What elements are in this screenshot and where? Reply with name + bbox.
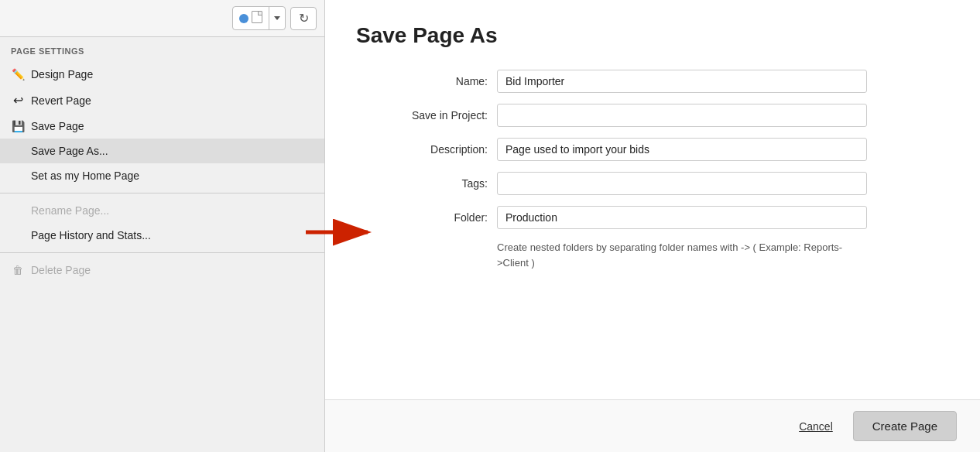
folder-input[interactable] — [497, 206, 867, 229]
sidebar-item-label: Page History and Stats... — [31, 229, 151, 241]
sidebar-item-label: Rename Page... — [31, 204, 109, 217]
sidebar-item-rename-page: Rename Page... — [0, 198, 324, 223]
tags-input[interactable] — [497, 172, 867, 195]
revert-page-icon: ↩ — [11, 93, 25, 108]
dialog-content: Save Page As Name: Save in Project: Desc… — [325, 0, 980, 399]
create-page-button[interactable]: Create Page — [853, 411, 957, 441]
sidebar-item-label: Set as my Home Page — [31, 170, 139, 182]
sidebar-item-label: Design Page — [31, 68, 93, 80]
save-in-project-label: Save in Project: — [387, 109, 488, 122]
blue-circle-icon — [239, 14, 248, 23]
dialog-footer: Cancel Create Page — [325, 399, 980, 452]
doc-icon-wrapper — [252, 11, 262, 26]
toolbar-btn-group[interactable] — [232, 6, 286, 30]
folder-label: Folder: — [387, 211, 488, 224]
save-page-icon: 💾 — [11, 120, 25, 132]
name-label: Name: — [387, 75, 488, 87]
sidebar-item-label: Save Page — [31, 120, 84, 132]
save-in-project-input[interactable] — [497, 104, 867, 127]
sidebar-item-set-home-page[interactable]: Set as my Home Page — [0, 163, 324, 188]
tags-label: Tags: — [387, 177, 488, 190]
form-grid: Name: Save in Project: Description: Tags… — [387, 70, 867, 270]
circle-doc-button[interactable] — [233, 7, 269, 29]
sidebar-item-save-page-as[interactable]: Save Page As... — [0, 139, 324, 163]
refresh-icon: ↻ — [299, 11, 309, 26]
chevron-down-icon — [274, 16, 280, 20]
sidebar-menu: ✏️ Design Page ↩ Revert Page 💾 Save Page… — [0, 62, 324, 282]
document-icon — [252, 11, 262, 23]
menu-separator-1 — [0, 193, 324, 193]
menu-separator-2 — [0, 252, 324, 253]
page-settings-header: PAGE SETTINGS — [0, 37, 324, 62]
sidebar-item-design-page[interactable]: ✏️ Design Page — [0, 62, 324, 87]
sidebar-item-delete-page: 🗑 Delete Page — [0, 258, 324, 282]
sidebar-item-save-page[interactable]: 💾 Save Page — [0, 114, 324, 139]
folder-hint: Create nested folders by separating fold… — [497, 240, 867, 270]
refresh-button[interactable]: ↻ — [290, 7, 317, 30]
description-input[interactable] — [497, 138, 867, 161]
sidebar-item-label: Save Page As... — [31, 145, 108, 157]
delete-page-icon: 🗑 — [11, 264, 25, 276]
description-label: Description: — [387, 143, 488, 156]
name-input[interactable] — [497, 70, 867, 93]
right-panel: Save Page As Name: Save in Project: Desc… — [325, 0, 980, 452]
dialog-title: Save Page As — [356, 23, 949, 48]
design-page-icon: ✏️ — [11, 68, 25, 80]
sidebar-item-label: Revert Page — [31, 94, 91, 107]
sidebar-item-revert-page[interactable]: ↩ Revert Page — [0, 87, 324, 114]
left-panel: ↻ PAGE SETTINGS ✏️ Design Page ↩ Revert … — [0, 0, 325, 452]
sidebar-item-label: Delete Page — [31, 264, 91, 276]
cancel-button[interactable]: Cancel — [791, 416, 841, 437]
dropdown-button[interactable] — [269, 12, 285, 24]
toolbar: ↻ — [0, 0, 324, 37]
sidebar-item-page-history[interactable]: Page History and Stats... — [0, 223, 324, 248]
